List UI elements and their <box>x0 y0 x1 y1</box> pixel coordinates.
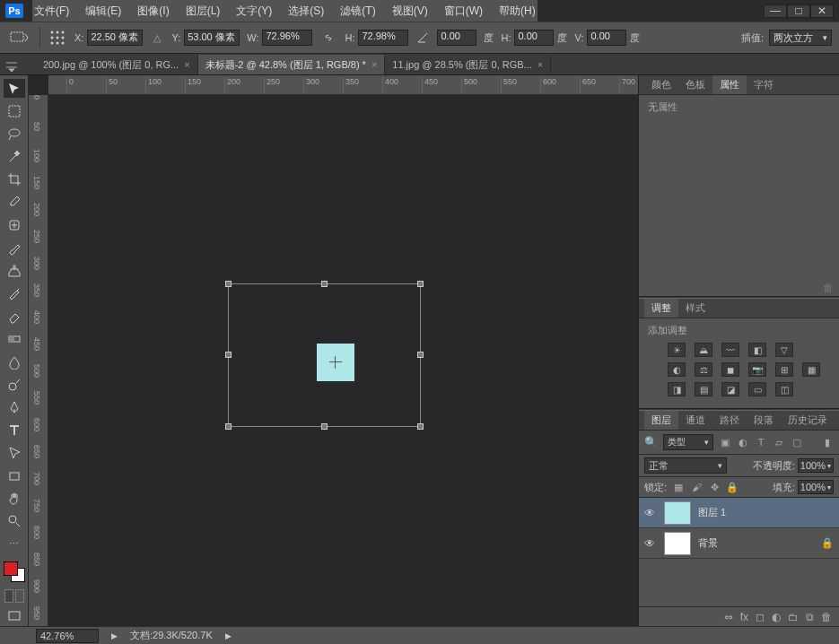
doc-tab-2[interactable]: 11.jpg @ 28.5% (图层 0, RGB... × <box>385 55 551 74</box>
posterize-icon[interactable]: ▤ <box>695 382 712 396</box>
layer-item[interactable]: 👁 图层 1 <box>639 498 839 528</box>
layer-name[interactable]: 背景 <box>698 536 718 550</box>
crop-tool[interactable] <box>4 170 25 189</box>
close-icon[interactable]: × <box>537 59 543 70</box>
marquee-tool[interactable] <box>4 101 25 120</box>
x-input[interactable]: 22.50 像素 <box>87 30 143 46</box>
path-selection-tool[interactable] <box>4 444 25 463</box>
filter-pixel-icon[interactable]: ▣ <box>719 436 731 448</box>
shear-v-input[interactable]: 0.00 <box>587 30 626 46</box>
lock-transparent-icon[interactable]: ▦ <box>672 481 685 493</box>
new-group-icon[interactable]: 🗀 <box>788 611 799 623</box>
visibility-icon[interactable]: 👁 <box>644 537 657 550</box>
filter-adjustment-icon[interactable]: ◐ <box>737 436 749 448</box>
clone-stamp-tool[interactable] <box>4 261 25 280</box>
tab-paragraph[interactable]: 段落 <box>747 411 781 430</box>
canvas-area[interactable]: 0501001502002503003504004505005506006507… <box>29 75 638 626</box>
menu-file[interactable]: 文件(F) <box>32 2 71 21</box>
rectangle-tool[interactable] <box>4 466 25 485</box>
lock-pixels-icon[interactable]: 🖌 <box>690 481 703 493</box>
transform-handle-tl[interactable] <box>225 281 232 287</box>
brush-tool[interactable] <box>4 239 25 257</box>
filter-smart-icon[interactable]: ▢ <box>791 436 803 448</box>
lock-all-icon[interactable]: 🔒 <box>726 481 738 493</box>
blend-mode-select[interactable]: 正常 ▾ <box>644 457 727 474</box>
transform-handle-bm[interactable] <box>321 423 328 430</box>
tab-history[interactable]: 历史记录 <box>781 411 835 430</box>
color-balance-icon[interactable]: ⚖ <box>695 362 712 377</box>
h-input[interactable]: 72.98% <box>358 30 408 46</box>
magic-wand-tool[interactable] <box>4 147 25 166</box>
transform-handle-tr[interactable] <box>417 281 424 287</box>
menu-edit[interactable]: 编辑(E) <box>83 2 123 21</box>
toggle-panels-icon[interactable] <box>5 62 18 74</box>
threshold-icon[interactable]: ◪ <box>721 382 739 396</box>
curves-icon[interactable]: 〰 <box>721 343 739 357</box>
transform-handle-mr[interactable] <box>417 352 424 358</box>
black-white-icon[interactable]: ◼ <box>721 362 739 377</box>
swap-xy-icon[interactable]: △ <box>150 30 164 45</box>
quick-mask-toggle[interactable] <box>4 589 24 604</box>
invert-icon[interactable]: ◨ <box>668 382 686 396</box>
tab-character[interactable]: 字符 <box>747 75 781 94</box>
delete-layer-icon[interactable]: 🗑 <box>821 611 832 623</box>
history-brush-tool[interactable] <box>4 284 25 303</box>
channel-mixer-icon[interactable]: ⊞ <box>775 362 793 377</box>
doc-tab-0[interactable]: 200.jpg @ 100% (图层 0, RG... × <box>36 55 198 74</box>
healing-brush-tool[interactable] <box>4 215 25 234</box>
hue-saturation-icon[interactable]: ◐ <box>668 362 686 377</box>
levels-icon[interactable]: ⛰ <box>695 343 712 357</box>
tab-adjustments[interactable]: 调整 <box>644 299 678 318</box>
filter-icon[interactable]: 🔍 <box>644 436 658 448</box>
lasso-tool[interactable] <box>4 125 25 144</box>
opacity-input[interactable]: 100%▾ <box>798 458 834 473</box>
y-input[interactable]: 53.00 像素 <box>184 30 240 46</box>
shear-h-input[interactable]: 0.00 <box>514 30 554 46</box>
edit-toolbar-icon[interactable]: ⋯ <box>4 535 25 553</box>
tab-layers[interactable]: 图层 <box>644 411 678 430</box>
exposure-icon[interactable]: ◧ <box>748 343 766 357</box>
vibrance-icon[interactable]: ▽ <box>775 343 793 357</box>
menu-help[interactable]: 帮助(H) <box>497 2 537 21</box>
doc-tab-1[interactable]: 未标题-2 @ 42.8% (图层 1, RGB/8) * × <box>198 55 386 74</box>
tab-swatches[interactable]: 色板 <box>678 75 712 94</box>
menu-window[interactable]: 窗口(W) <box>442 2 485 21</box>
reference-point-icon[interactable] <box>329 356 342 369</box>
eyedropper-tool[interactable] <box>4 193 25 212</box>
selective-color-icon[interactable]: ◫ <box>775 382 793 396</box>
close-icon[interactable]: × <box>371 59 377 70</box>
brightness-contrast-icon[interactable]: ☀ <box>668 343 686 357</box>
tab-color[interactable]: 颜色 <box>644 75 678 94</box>
transform-handle-ml[interactable] <box>225 352 232 358</box>
close-button[interactable]: ✕ <box>810 4 834 18</box>
menu-filter[interactable]: 滤镜(T) <box>338 2 377 21</box>
eraser-tool[interactable] <box>4 307 25 326</box>
tab-channels[interactable]: 通道 <box>678 411 712 430</box>
transform-handle-bl[interactable] <box>225 423 232 430</box>
layer-thumbnail[interactable] <box>664 532 691 555</box>
photo-filter-icon[interactable]: 📷 <box>748 362 766 377</box>
expand-right-icon[interactable]: ▶ <box>225 631 232 640</box>
filter-shape-icon[interactable]: ▱ <box>773 436 785 448</box>
layer-name[interactable]: 图层 1 <box>698 506 726 519</box>
fill-input[interactable]: 100%▾ <box>798 480 834 494</box>
menu-image[interactable]: 图像(I) <box>135 2 170 21</box>
screen-mode-icon[interactable] <box>4 606 25 625</box>
reference-point-grid-icon[interactable] <box>48 28 67 48</box>
tab-styles[interactable]: 样式 <box>678 299 712 318</box>
transform-handle-br[interactable] <box>417 423 424 430</box>
type-tool[interactable] <box>4 421 25 439</box>
tab-properties[interactable]: 属性 <box>712 75 747 94</box>
filter-type-icon[interactable]: T <box>755 436 767 448</box>
canvas[interactable] <box>48 95 638 626</box>
hand-tool[interactable] <box>4 489 25 508</box>
pen-tool[interactable] <box>4 398 25 417</box>
document-info[interactable]: 文档:29.3K/520.7K <box>130 629 213 642</box>
gradient-tool[interactable] <box>4 329 25 348</box>
layer-filter-kind-select[interactable]: 类型 ▾ <box>663 434 713 450</box>
color-lookup-icon[interactable]: ▦ <box>802 362 820 377</box>
visibility-icon[interactable]: 👁 <box>644 507 657 519</box>
layer-content[interactable] <box>317 344 354 381</box>
layer-thumbnail[interactable] <box>664 501 691 525</box>
menu-select[interactable]: 选择(S) <box>286 2 326 21</box>
